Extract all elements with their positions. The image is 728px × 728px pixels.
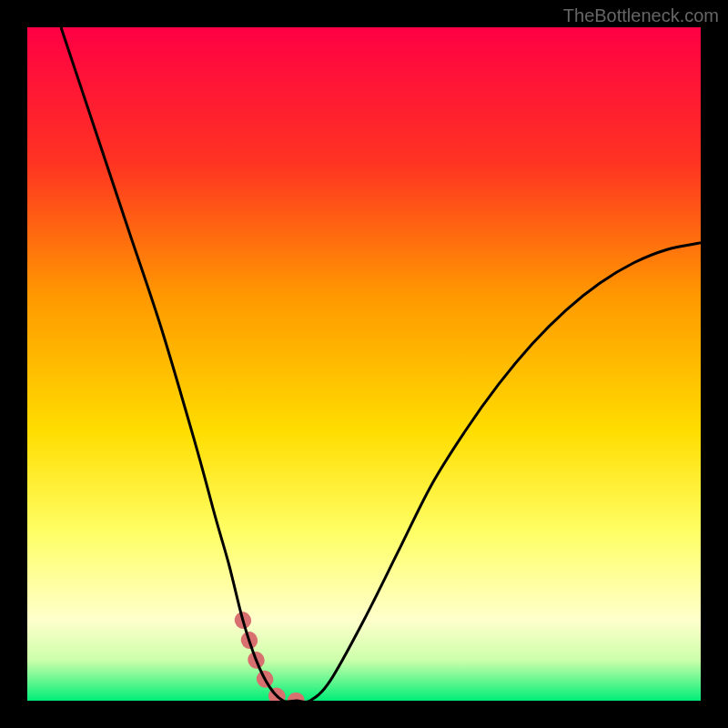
gradient-background: [27, 27, 701, 701]
watermark-text: TheBottleneck.com: [563, 5, 719, 26]
chart-frame: [27, 27, 701, 701]
bottleneck-chart: [27, 27, 701, 701]
